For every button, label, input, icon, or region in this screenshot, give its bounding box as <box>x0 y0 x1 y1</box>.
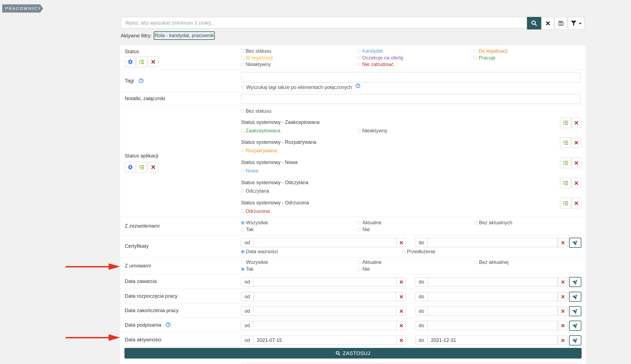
svg-text:?: ? <box>140 79 142 83</box>
svg-text:?: ? <box>357 84 359 87</box>
svg-text:?: ? <box>167 323 169 327</box>
